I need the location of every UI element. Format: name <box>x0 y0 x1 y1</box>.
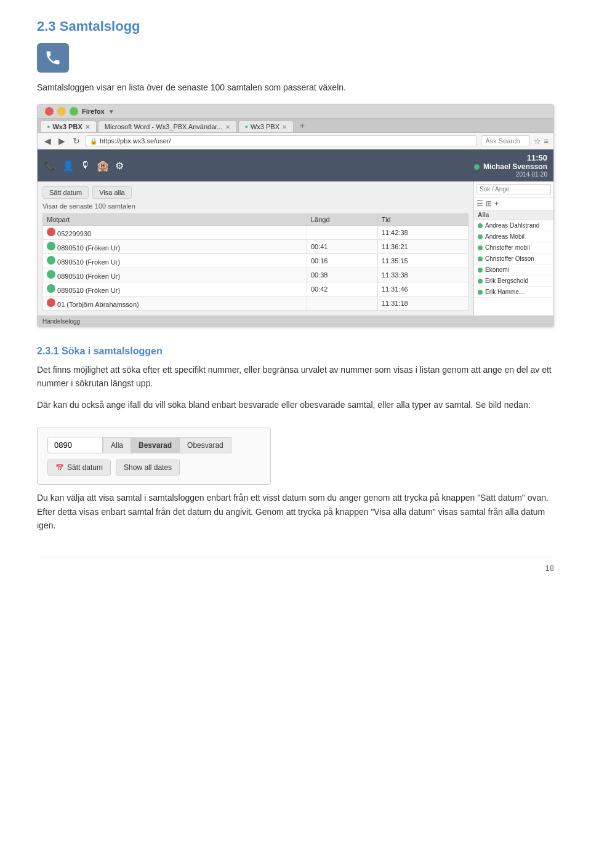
call-log-table: Motpart Längd Tid 052299930 11:42:38 089… <box>42 213 468 311</box>
table-row: 0890510 (Fröken Ur) 00:42 11:31:46 <box>43 282 468 297</box>
contact-item[interactable]: Andreas Mobil <box>474 231 553 242</box>
contact-item[interactable]: Ekonomi <box>474 265 553 276</box>
list-view-icon[interactable]: ☰ <box>476 199 483 208</box>
mic-icon[interactable]: 🎙 <box>81 160 90 171</box>
demo-alla-btn[interactable]: Alla <box>103 437 131 453</box>
call-type-icon <box>47 242 55 250</box>
call-time-cell: 11:42:38 <box>377 226 468 240</box>
tab-close-2[interactable]: ✕ <box>225 124 230 130</box>
demo-set-date-btn[interactable]: 📅 Sätt datum <box>47 460 111 476</box>
lock-icon: 🔒 <box>90 138 97 145</box>
call-party-cell: 0890510 (Fröken Ur) <box>43 282 307 297</box>
call-type-icon <box>47 256 55 265</box>
search-placeholder: Ask Search <box>485 137 520 145</box>
contacts-view-icons: ☰ ⊞ + <box>474 197 553 210</box>
call-type-icon <box>47 284 55 293</box>
contact-item[interactable]: Erik Bergschold <box>474 276 553 287</box>
tab-wx3pbx-1[interactable]: ● Wx3 PBX ✕ <box>40 121 97 132</box>
menu-icon[interactable]: ≡ <box>544 137 549 146</box>
subsection-heading: 2.3.1 Söka i samtalsloggen <box>37 346 554 357</box>
contact-status-dot <box>478 223 483 228</box>
call-type-icon <box>47 270 55 279</box>
contact-name: Andreas Dahlstrand <box>485 222 539 229</box>
col-header-langd: Längd <box>307 214 377 226</box>
call-length-cell: 00:41 <box>307 240 377 254</box>
demo-obesvarad-btn[interactable]: Obesvarad <box>180 437 231 453</box>
contacts-icon[interactable]: 👤 <box>62 160 74 172</box>
browser-addressbar: ◀ ▶ ↻ 🔒 https://pbx.wx3.se/user/ Ask Sea… <box>38 133 553 149</box>
set-date-button[interactable]: Sätt datum <box>42 186 89 199</box>
forward-btn[interactable]: ▶ <box>57 136 67 146</box>
window-min-btn[interactable] <box>57 107 66 116</box>
tab-wx3pbx-2[interactable]: ● Wx3 PBX ✕ <box>238 121 294 132</box>
call-length-cell <box>307 226 377 240</box>
phone-icon <box>44 49 62 66</box>
tab-word[interactable]: Microsoft Word - Wx3_PBX Användar... ✕ <box>98 121 237 132</box>
table-row: 052299930 11:42:38 <box>43 226 468 240</box>
call-party-cell: 0890510 (Fröken Ur) <box>43 254 307 268</box>
contact-item[interactable]: Christoffer Olsson <box>474 253 553 265</box>
contact-name: Erik Hamme... <box>485 289 524 295</box>
contacts-group-label: Alla <box>474 210 553 220</box>
section-heading: 2.3 Samtalslogg <box>37 18 554 34</box>
address-bar[interactable]: 🔒 https://pbx.wx3.se/user/ <box>86 135 477 146</box>
contact-item[interactable]: Andreas Dahlstrand <box>474 220 553 231</box>
search-box[interactable]: Ask Search <box>481 135 530 146</box>
hotel-icon[interactable]: 🏨 <box>97 160 109 172</box>
subsection-para1: Det finns möjlighet att söka efter ett s… <box>37 363 554 391</box>
tab-favicon-1: ● <box>47 124 50 130</box>
user-info: 11:50 Michael Svensson 2014-01-20 <box>474 153 547 178</box>
call-icon[interactable]: 📞 <box>44 160 56 172</box>
contact-item[interactable]: Erik Hamme... <box>474 287 553 298</box>
browser-title-label: Firefox <box>82 108 105 115</box>
contact-name: Christoffer Olsson <box>485 255 534 262</box>
window-close-btn[interactable] <box>45 107 54 116</box>
subsection-para3: Du kan välja att visa samtal i samtalslo… <box>37 491 554 532</box>
settings-icon[interactable]: ⚙ <box>115 160 124 172</box>
demo-show-all-dates-btn[interactable]: Show all dates <box>116 460 180 476</box>
app-area: 📞 👤 🎙 🏨 ⚙ 11:50 Michael Svensson 2014-01… <box>38 149 553 327</box>
user-status-dot <box>474 164 480 170</box>
window-max-btn[interactable] <box>70 107 78 116</box>
add-contact-icon[interactable]: + <box>494 199 499 208</box>
intro-text: Samtalsloggen visar en lista över de sen… <box>37 81 554 94</box>
contact-item[interactable]: Christoffer mobil <box>474 242 553 253</box>
back-btn[interactable]: ◀ <box>42 136 53 146</box>
call-party-cell: 01 (Torbjörn Abrahamsson) <box>43 297 307 311</box>
call-time-cell: 11:31:18 <box>377 297 468 311</box>
section-icon <box>37 43 69 73</box>
demo-search-input[interactable] <box>47 437 103 453</box>
refresh-btn[interactable]: ↻ <box>71 136 82 146</box>
tab-label-1: Wx3 PBX <box>52 123 82 130</box>
contacts-search-input[interactable] <box>476 184 551 194</box>
right-panel: ☰ ⊞ + Alla Andreas Dahlstrand Andreas Mo… <box>473 181 553 316</box>
call-length-cell <box>307 297 377 311</box>
contact-name: Andreas Mobil <box>485 233 525 240</box>
demo-besvarad-btn[interactable]: Besvarad <box>131 437 180 453</box>
contact-status-dot <box>478 245 483 250</box>
grid-view-icon[interactable]: ⊞ <box>486 199 492 208</box>
show-all-button[interactable]: Visa alla <box>92 186 131 199</box>
browser-titlebar: Firefox ▼ <box>38 105 553 119</box>
tab-close-3[interactable]: ✕ <box>282 124 287 130</box>
table-row: 0890510 (Fröken Ur) 00:41 11:36:21 <box>43 240 468 254</box>
topbar-icons: 📞 👤 🎙 🏨 ⚙ <box>44 160 124 172</box>
tab-close-1[interactable]: ✕ <box>85 124 90 130</box>
call-time-cell: 11:35:15 <box>377 254 468 268</box>
new-tab-btn[interactable]: + <box>295 119 310 132</box>
call-type-icon <box>47 228 55 236</box>
bookmark-icon[interactable]: ☆ <box>534 137 541 146</box>
user-time: 11:50 <box>474 153 547 162</box>
demo-search-row: Alla Besvarad Obesvarad <box>47 437 260 453</box>
contact-status-dot <box>478 290 483 295</box>
contact-status-dot <box>478 257 483 261</box>
table-row: 0890510 (Fröken Ur) 00:16 11:35:15 <box>43 254 468 268</box>
calendar-icon: 📅 <box>55 464 64 472</box>
contact-status-dot <box>478 234 483 239</box>
call-party-cell: 0890510 (Fröken Ur) <box>43 268 307 282</box>
app-topbar: 📞 👤 🎙 🏨 ⚙ 11:50 Michael Svensson 2014-01… <box>38 149 553 181</box>
event-log-bar: Händelselogg <box>38 316 553 327</box>
app-main: Sätt datum Visa alla Visar de senaste 10… <box>38 181 553 316</box>
col-header-tid: Tid <box>377 214 468 226</box>
user-date: 2014-01-20 <box>474 171 547 178</box>
